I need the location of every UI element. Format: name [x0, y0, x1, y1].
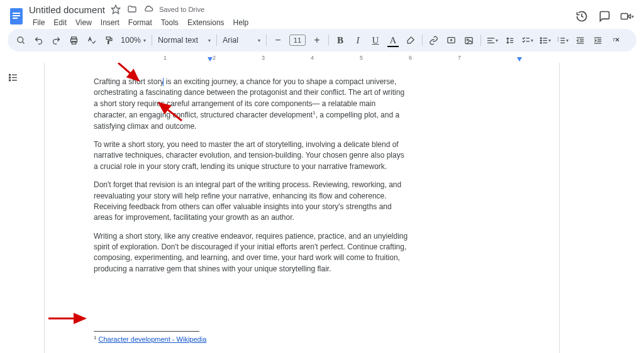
paragraph-3[interactable]: Don't forget that revision is an integra… [94, 180, 408, 224]
svg-line-8 [22, 41, 24, 43]
paragraph-1[interactable]: Crafting a short story is an exciting jo… [94, 77, 408, 132]
menu-format[interactable]: Format [125, 16, 156, 29]
svg-marker-4 [111, 5, 119, 13]
underline-button[interactable]: U [367, 32, 384, 48]
doc-title[interactable]: Untitled document [29, 4, 105, 15]
zoom-select[interactable]: 100%▾ [118, 32, 148, 48]
paragraph-2[interactable]: To write a short story, you need to mast… [94, 139, 408, 172]
outline-toggle-icon[interactable] [4, 69, 21, 85]
move-icon[interactable] [126, 4, 138, 15]
menu-view[interactable]: View [72, 16, 96, 29]
svg-rect-13 [106, 36, 110, 39]
star-icon[interactable] [110, 4, 121, 15]
document-page[interactable]: Crafting a short story is an exciting jo… [44, 63, 560, 353]
meet-icon[interactable]: ▾ [620, 9, 634, 23]
svg-point-7 [17, 36, 23, 42]
text-color-button[interactable]: A [385, 32, 401, 48]
save-status: Saved to Drive [159, 6, 204, 13]
menu-help[interactable]: Help [230, 16, 253, 29]
menu-extensions[interactable]: Extensions [184, 16, 228, 29]
right-indent-marker[interactable] [517, 57, 522, 62]
svg-point-28 [541, 37, 542, 38]
font-size-input[interactable]: 11 [289, 35, 306, 46]
svg-rect-5 [621, 14, 628, 19]
redo-icon[interactable] [48, 32, 64, 48]
checklist-icon[interactable]: ▾ [519, 32, 536, 48]
add-comment-icon[interactable] [443, 32, 460, 48]
svg-rect-2 [13, 15, 20, 16]
decrease-font-icon[interactable]: − [270, 32, 286, 48]
svg-point-52 [9, 79, 10, 80]
italic-button[interactable]: I [350, 32, 366, 48]
horizontal-ruler[interactable]: 1 2 3 4 5 6 7 [0, 54, 644, 63]
decrease-indent-icon[interactable] [572, 32, 589, 48]
menubar: File Edit View Insert Format Tools Exten… [29, 16, 575, 29]
svg-point-51 [9, 77, 10, 78]
svg-text:2: 2 [558, 39, 560, 42]
comment-icon[interactable] [597, 9, 611, 23]
svg-point-18 [467, 39, 469, 41]
bullet-list-icon[interactable]: ▾ [537, 32, 553, 48]
svg-point-50 [9, 74, 10, 75]
bold-button[interactable]: B [332, 32, 348, 48]
footnote-1[interactable]: 1Character development - Wikipedia [94, 334, 510, 345]
menu-tools[interactable]: Tools [157, 16, 182, 29]
insert-image-icon[interactable] [461, 32, 477, 48]
footnote-link[interactable]: Character development - Wikipedia [98, 335, 206, 343]
footnote-separator [94, 331, 199, 332]
spellcheck-icon[interactable] [83, 32, 99, 48]
svg-point-30 [541, 42, 542, 43]
svg-text:T: T [613, 36, 616, 42]
toolbar: 100%▾ Normal text▾ Arial▾ − 11 + B I U A… [8, 29, 636, 52]
line-spacing-icon[interactable] [502, 32, 518, 48]
menu-edit[interactable]: Edit [50, 16, 70, 29]
svg-rect-17 [465, 37, 472, 43]
vertical-ruler[interactable] [25, 63, 34, 353]
clear-format-icon[interactable]: T [608, 32, 624, 48]
style-select[interactable]: Normal text▾ [155, 32, 213, 48]
search-icon[interactable] [13, 32, 29, 48]
history-icon[interactable] [575, 9, 589, 23]
link-icon[interactable] [426, 32, 442, 48]
highlight-button[interactable] [402, 32, 419, 48]
print-icon[interactable] [65, 32, 82, 48]
left-indent-marker[interactable] [208, 57, 213, 62]
cloud-icon[interactable] [143, 4, 154, 15]
svg-rect-1 [13, 13, 20, 14]
undo-icon[interactable] [30, 32, 47, 48]
menu-insert[interactable]: Insert [97, 16, 123, 29]
docs-logo-icon[interactable] [8, 5, 25, 28]
svg-point-29 [541, 40, 542, 41]
menu-file[interactable]: File [29, 16, 48, 29]
svg-rect-3 [13, 18, 18, 19]
font-select[interactable]: Arial▾ [220, 32, 263, 48]
numbered-list-icon[interactable]: 12▾ [555, 32, 571, 48]
paint-format-icon[interactable] [101, 32, 117, 48]
increase-indent-icon[interactable] [590, 32, 606, 48]
align-button[interactable]: ▾ [484, 32, 501, 48]
app-header: Untitled document Saved to Drive File Ed… [0, 0, 644, 29]
paragraph-4[interactable]: Writing a short story, like any creative… [94, 231, 408, 275]
increase-font-icon[interactable]: + [309, 32, 325, 48]
